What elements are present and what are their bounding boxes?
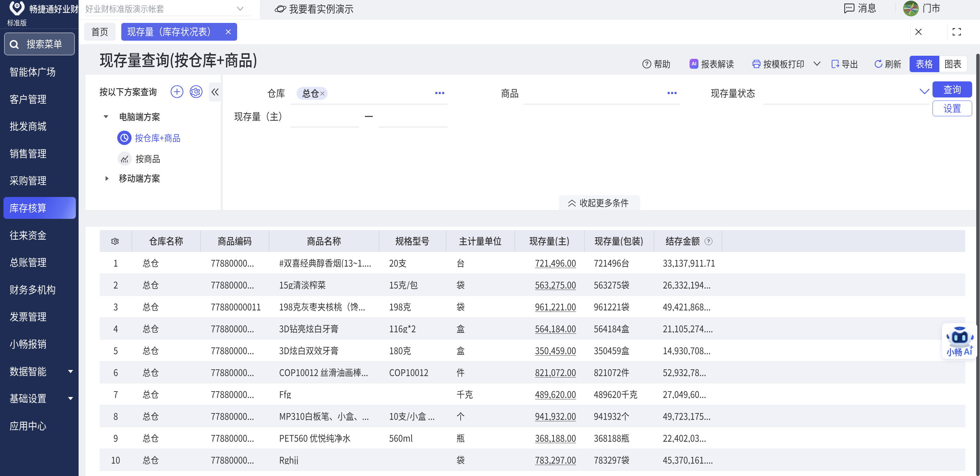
svg-text:c: c bbox=[959, 327, 961, 330]
